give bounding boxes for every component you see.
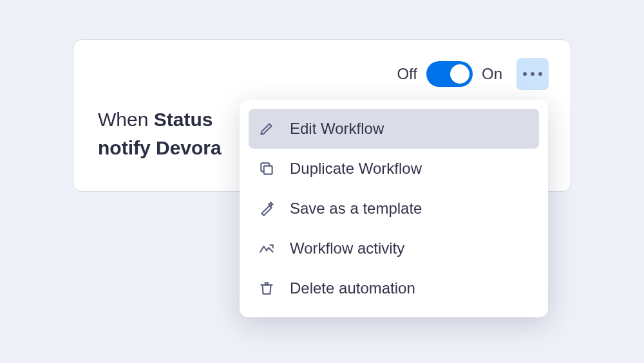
menu-item-label: Save as a template	[290, 200, 422, 218]
menu-item-edit-workflow[interactable]: Edit Workflow	[249, 109, 539, 149]
toggle-on-label: On	[482, 65, 502, 83]
rule-bold-recipient: Devora	[156, 137, 222, 158]
activity-icon	[258, 239, 276, 257]
toggle-knob	[450, 64, 469, 84]
svg-rect-0	[264, 166, 272, 174]
toggle-off-label: Off	[397, 65, 417, 83]
card-controls-row: Off On	[98, 58, 549, 90]
copy-icon	[258, 160, 276, 178]
more-actions-button[interactable]	[516, 58, 549, 90]
menu-item-label: Workflow activity	[290, 239, 404, 257]
menu-item-save-template[interactable]: Save as a template	[249, 189, 539, 228]
wand-icon	[258, 200, 276, 218]
menu-item-workflow-activity[interactable]: Workflow activity	[249, 228, 539, 268]
rule-line2-notify: notify	[98, 137, 156, 158]
pencil-icon	[258, 120, 276, 138]
trash-icon	[258, 279, 276, 297]
actions-dropdown-menu: Edit Workflow Duplicate Workflow Save as…	[240, 100, 548, 317]
rule-bold-status: Status	[154, 109, 213, 130]
menu-item-label: Edit Workflow	[290, 120, 384, 138]
more-icon	[523, 72, 542, 76]
menu-item-duplicate-workflow[interactable]: Duplicate Workflow	[249, 149, 539, 189]
menu-item-label: Duplicate Workflow	[290, 160, 422, 178]
menu-item-label: Delete automation	[290, 279, 415, 297]
rule-prefix: When	[98, 109, 154, 130]
automation-toggle[interactable]	[426, 61, 473, 87]
menu-item-delete-automation[interactable]: Delete automation	[249, 268, 539, 308]
